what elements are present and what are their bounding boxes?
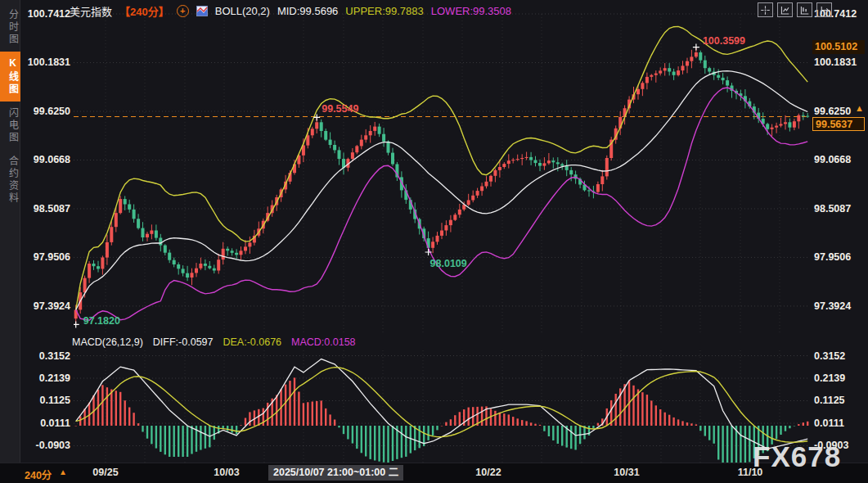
svg-text:100.3599: 100.3599 xyxy=(703,35,745,47)
price-tick-left: 99.6250 xyxy=(21,105,70,118)
trading-app-window: 分时图K线图闪电图合约资料 美元指数 【240分】 + BOLL(20,2) M… xyxy=(0,0,868,483)
price-tick-right: 99.0668 xyxy=(814,153,866,166)
svg-text:99.5549: 99.5549 xyxy=(322,103,358,115)
macd-tick-left: 0.0111 xyxy=(21,417,70,430)
chart-scale-icon[interactable] xyxy=(777,2,793,17)
chart-play-icon[interactable] xyxy=(797,2,812,17)
macd-title: MACD(26,12,9) xyxy=(72,336,143,348)
macd-tick-left: 0.3152 xyxy=(21,350,70,363)
macd-tick-left: 0.1125 xyxy=(21,394,70,407)
price-tick-right: 97.3924 xyxy=(814,300,866,313)
session-high-badge: 100.5102 xyxy=(812,40,865,54)
boll-mid-value: MID:99.5696 xyxy=(277,5,338,17)
add-indicator-icon[interactable]: + xyxy=(177,5,189,17)
pan-right-icon[interactable] xyxy=(816,2,832,17)
price-tick-left: 98.5087 xyxy=(21,202,70,215)
macd-header: MACD(26,12,9) DIFF:-0.0597 DEA:-0.0676 M… xyxy=(72,336,356,348)
x-axis-date-label: 10/31 xyxy=(614,467,639,478)
macd-diff-value: DIFF:-0.0597 xyxy=(153,336,214,348)
period-arrow-icon[interactable]: ▲ xyxy=(59,467,67,476)
crosshair-icon[interactable] xyxy=(758,2,773,17)
boll-upper-value: UPPER:99.7883 xyxy=(345,5,423,17)
price-tick-left: 99.0668 xyxy=(21,153,70,166)
macd-tick-right: 0.1125 xyxy=(814,394,866,407)
macd-tick-right: 0.3152 xyxy=(814,350,866,363)
x-axis-date-label: 10/03 xyxy=(214,467,239,478)
price-tick-right: 98.5087 xyxy=(814,202,866,215)
x-axis-date-label: 09/25 xyxy=(92,467,118,478)
chart-type-sidebar: 分时图K线图闪电图合约资料 xyxy=(0,0,20,463)
period-label[interactable]: 【240分】 xyxy=(119,3,169,19)
macd-tick-right: 0.2139 xyxy=(814,372,866,385)
macd-panel-chart[interactable] xyxy=(74,350,810,463)
price-tick-right: 100.1831 xyxy=(814,56,866,69)
period-selector[interactable]: 240分 xyxy=(25,467,52,482)
macd-dea-value: DEA:-0.0676 xyxy=(223,336,281,348)
candlestick-chart[interactable]: 97.182099.554998.0109100.3599 xyxy=(74,7,810,337)
chart-header: 美元指数 【240分】 + BOLL(20,2) MID:99.5696 UPP… xyxy=(70,2,511,19)
sidebar-item-kline[interactable]: K线图 xyxy=(0,52,20,102)
svg-text:97.1820: 97.1820 xyxy=(83,315,120,327)
watermark: FX678 xyxy=(753,440,841,473)
price-tick-left: 100.1831 xyxy=(21,56,70,69)
price-tick-left: 100.7412 xyxy=(21,7,70,20)
boll-lower-value: LOWER:99.3508 xyxy=(431,5,511,17)
symbol-name: 美元指数 xyxy=(70,3,112,19)
sidebar-item-timeline[interactable]: 分时图 xyxy=(0,3,20,52)
price-tick-left: 97.3924 xyxy=(21,300,70,313)
macd-macd-value: MACD:0.0158 xyxy=(291,336,356,348)
scroll-to-latest-icon[interactable]: ▲ xyxy=(855,103,864,113)
x-axis-date-label: 10/22 xyxy=(475,467,501,478)
macd-tick-left: 0.2139 xyxy=(21,372,70,385)
current-price-badge: 99.5637 xyxy=(812,117,865,131)
sidebar-item-lightning[interactable]: 闪电图 xyxy=(0,102,20,150)
macd-tick-left: -0.0903 xyxy=(21,439,70,452)
price-tick-left: 97.9506 xyxy=(21,251,70,264)
price-tick-right: 97.9506 xyxy=(814,251,866,264)
mini-line-chart-icon[interactable] xyxy=(196,6,208,16)
selected-candle-time: 2025/10/07 21:00~01:00 二 xyxy=(268,465,403,481)
macd-tick-right: 0.0111 xyxy=(814,417,866,430)
boll-label: BOLL(20,2) xyxy=(215,5,270,17)
sidebar-item-contract-info[interactable]: 合约资料 xyxy=(0,150,20,210)
chart-toolbar xyxy=(758,2,832,17)
time-axis-bar: 240分 ▲ 2025/10/07 21:00~01:00 二 09/2510/… xyxy=(0,463,868,483)
svg-text:98.0109: 98.0109 xyxy=(430,258,467,269)
